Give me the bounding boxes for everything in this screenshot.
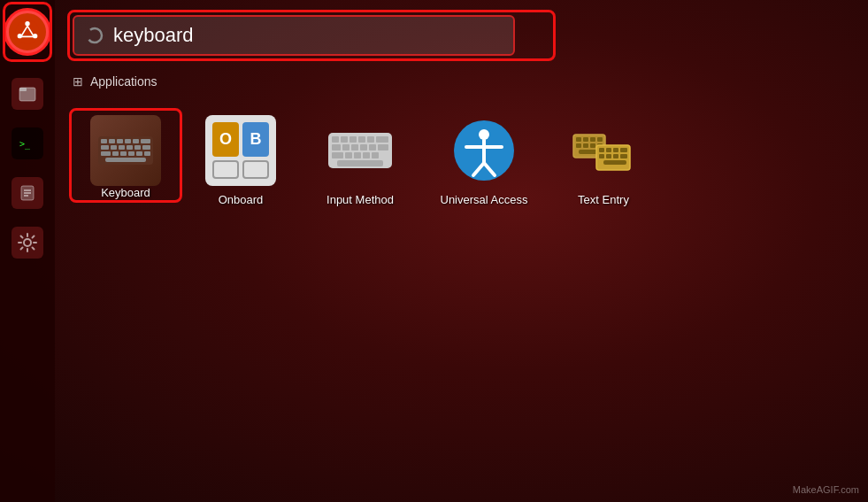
svg-rect-31	[144, 151, 150, 156]
apps-section-label: Applications	[90, 74, 157, 89]
keyboard-label: Keyboard	[101, 186, 150, 199]
svg-rect-28	[120, 151, 127, 156]
svg-rect-63	[576, 143, 581, 148]
sidebar-files[interactable]	[6, 73, 49, 115]
input-method-icon	[325, 115, 396, 186]
svg-rect-69	[599, 148, 604, 152]
svg-rect-45	[378, 144, 388, 151]
svg-rect-65	[590, 143, 595, 148]
svg-rect-48	[354, 152, 361, 158]
svg-rect-47	[345, 152, 352, 158]
universal-access-icon	[449, 115, 519, 186]
svg-rect-29	[128, 151, 134, 156]
svg-rect-40	[332, 144, 341, 151]
svg-point-11	[24, 239, 31, 246]
svg-rect-50	[372, 152, 379, 158]
svg-rect-24	[134, 145, 141, 150]
svg-rect-37	[358, 136, 365, 143]
svg-rect-19	[141, 139, 150, 143]
sidebar-text-editor[interactable]	[6, 172, 49, 214]
svg-rect-71	[613, 148, 618, 152]
svg-rect-43	[360, 144, 367, 151]
app-item-onboard[interactable]: O B Onboard	[196, 115, 285, 206]
keyboard-icon	[90, 115, 161, 186]
svg-rect-22	[119, 145, 125, 150]
onboard-label: Onboard	[219, 193, 264, 206]
svg-rect-30	[136, 151, 142, 156]
app-item-input-method[interactable]: Input Method	[311, 115, 409, 206]
text-entry-label: Text Entry	[578, 193, 629, 206]
apps-section: ⊞ Applications	[55, 71, 868, 92]
text-entry-icon	[568, 115, 639, 186]
apps-grid: Keyboard O B Onboard	[55, 97, 868, 502]
svg-rect-5	[19, 88, 27, 91]
svg-rect-41	[342, 144, 350, 151]
svg-rect-14	[101, 139, 107, 143]
svg-rect-44	[369, 144, 376, 151]
sidebar-settings[interactable]	[6, 221, 49, 264]
svg-rect-38	[367, 136, 374, 143]
svg-rect-18	[133, 139, 139, 143]
onboard-icon: O B	[205, 115, 276, 186]
svg-rect-23	[127, 145, 133, 150]
svg-rect-27	[112, 151, 119, 156]
svg-rect-77	[603, 160, 626, 165]
app-item-text-entry[interactable]: Text Entry	[559, 115, 648, 206]
apps-label-row: ⊞ Applications	[55, 71, 868, 92]
svg-rect-25	[142, 145, 150, 150]
svg-rect-70	[606, 148, 611, 152]
sidebar: >_	[0, 0, 55, 502]
svg-rect-32	[105, 158, 146, 162]
svg-rect-20	[101, 145, 109, 150]
svg-rect-36	[350, 136, 357, 143]
svg-rect-35	[341, 136, 348, 143]
svg-rect-46	[332, 152, 343, 158]
universal-access-label: Universal Access	[441, 193, 528, 206]
svg-rect-15	[109, 139, 115, 143]
search-spinner-icon	[85, 26, 104, 45]
app-item-universal-access[interactable]: Universal Access	[435, 115, 533, 206]
svg-rect-67	[579, 150, 598, 154]
svg-rect-61	[590, 137, 595, 142]
svg-rect-62	[597, 137, 603, 142]
svg-rect-73	[599, 154, 604, 158]
search-input[interactable]	[113, 24, 503, 47]
svg-rect-64	[583, 143, 588, 148]
svg-rect-26	[101, 151, 111, 156]
svg-rect-21	[111, 145, 117, 150]
svg-text:>_: >_	[19, 139, 31, 150]
svg-rect-60	[583, 137, 588, 142]
search-container[interactable]	[73, 15, 515, 56]
svg-rect-72	[620, 148, 627, 152]
svg-rect-39	[376, 136, 388, 143]
svg-point-1	[25, 21, 29, 26]
svg-rect-16	[117, 139, 123, 143]
svg-rect-42	[351, 144, 358, 151]
svg-rect-74	[606, 154, 611, 158]
svg-rect-51	[337, 160, 383, 166]
svg-rect-76	[620, 154, 627, 158]
svg-rect-59	[576, 137, 581, 142]
input-method-label: Input Method	[326, 193, 394, 206]
ubuntu-logo[interactable]	[6, 11, 49, 53]
svg-rect-49	[363, 152, 370, 158]
app-item-keyboard[interactable]: Keyboard	[81, 115, 170, 199]
svg-point-12	[88, 28, 102, 42]
sidebar-terminal[interactable]: >_	[6, 122, 49, 165]
topbar	[55, 0, 868, 71]
grid-icon: ⊞	[73, 74, 83, 89]
watermark: MakeAGIF.com	[793, 484, 859, 495]
svg-rect-17	[125, 139, 131, 143]
svg-rect-34	[332, 136, 339, 143]
svg-rect-75	[613, 154, 618, 158]
